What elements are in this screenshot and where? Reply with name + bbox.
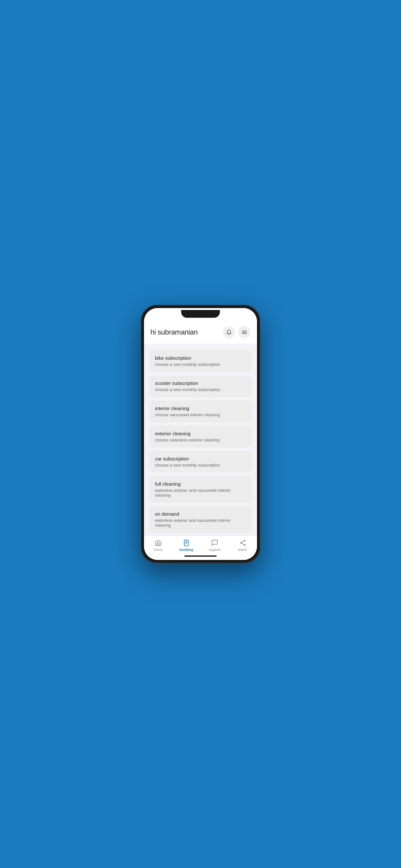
service-desc-interior-cleaning: choose vacuumed interior cleaning. <box>155 412 246 417</box>
notch <box>181 310 220 318</box>
bell-icon <box>226 330 232 335</box>
service-card-full-cleaning[interactable]: full cleaningwaterless exterior and vacu… <box>149 476 252 503</box>
service-title-exterior-cleaning: exterior cleaning <box>155 431 246 436</box>
phone-frame: hi subramanian <box>141 305 260 563</box>
service-title-on-demand: on demand <box>155 511 246 517</box>
service-card-scooter-subscription[interactable]: scooter subscriptionchoose a new monthly… <box>149 375 252 397</box>
header: hi subramanian <box>144 321 257 344</box>
service-title-car-subscription: car subscription <box>155 456 246 461</box>
service-title-full-cleaning: full cleaning <box>155 481 246 487</box>
service-title-interior-cleaning: interior cleaning <box>155 406 246 411</box>
service-card-bike-subscription[interactable]: bike subscriptionchoose a new monthly su… <box>149 350 252 372</box>
nav-item-home[interactable]: home <box>149 539 168 552</box>
header-icons <box>223 326 251 338</box>
bottom-navigation: home booking <box>144 535 257 554</box>
booking-nav-icon <box>182 539 190 547</box>
share-nav-icon <box>239 539 247 547</box>
share-nav-label: share` <box>238 548 248 552</box>
booking-nav-label: booking <box>180 548 193 552</box>
nav-item-share[interactable]: share` <box>233 539 252 552</box>
service-desc-exterior-cleaning: choose waterless exterior cleaning. <box>155 438 246 442</box>
hamburger-icon <box>242 330 247 335</box>
service-card-exterior-cleaning[interactable]: exterior cleaningchoose waterless exteri… <box>149 426 252 447</box>
service-card-interior-cleaning[interactable]: interior cleaningchoose vacuumed interio… <box>149 400 252 423</box>
phone-screen: hi subramanian <box>144 308 257 560</box>
notch-bar <box>144 308 257 321</box>
nav-item-support[interactable]: support <box>205 539 224 552</box>
service-desc-bike-subscription: choose a new monthly subscription <box>155 362 246 367</box>
greeting-text: hi subramanian <box>150 328 197 337</box>
service-card-on-demand[interactable]: on demandwaterless exterior and vacuumed… <box>149 506 252 533</box>
support-nav-label: support <box>209 548 220 552</box>
notification-button[interactable] <box>223 326 235 338</box>
nav-item-booking[interactable]: booking <box>177 539 196 552</box>
service-list: bike subscriptionchoose a new monthly su… <box>144 346 257 535</box>
screen-content: hi subramanian <box>144 321 257 535</box>
svg-line-10 <box>242 541 244 543</box>
service-title-bike-subscription: bike subscription <box>155 355 246 361</box>
svg-line-11 <box>242 543 244 545</box>
support-nav-icon <box>211 539 219 547</box>
menu-button[interactable] <box>238 326 251 338</box>
service-desc-scooter-subscription: choose a new monthly subscription <box>155 387 246 392</box>
service-desc-car-subscription: choose a new monthly subscription <box>155 463 246 468</box>
home-indicator <box>144 554 257 560</box>
service-card-car-subscription[interactable]: car subscriptionchoose a new monthly sub… <box>149 451 252 473</box>
service-title-scooter-subscription: scooter subscription <box>155 380 246 386</box>
home-bar <box>184 555 217 557</box>
service-desc-full-cleaning: waterless exterior and vacuumed interior… <box>155 488 246 498</box>
home-nav-label: home <box>154 548 163 552</box>
service-desc-on-demand: waterless exterior and vacuumed interior… <box>155 518 246 528</box>
home-nav-icon <box>154 539 162 547</box>
